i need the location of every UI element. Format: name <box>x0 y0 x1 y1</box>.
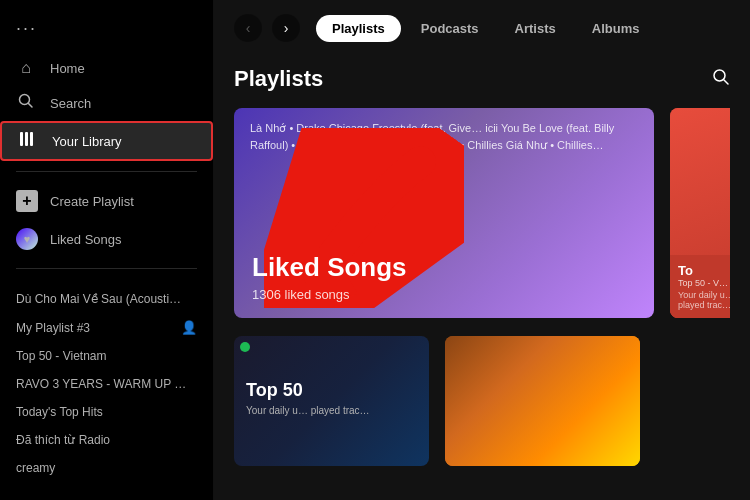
liked-songs-title: Liked Songs <box>252 252 636 283</box>
tab-albums[interactable]: Albums <box>576 15 656 42</box>
create-playlist-button[interactable]: + Create Playlist <box>0 182 213 220</box>
page-area: Playlists Là Nhớ • Drake Chicago Freesty… <box>214 52 750 500</box>
chevron-left-icon: ‹ <box>246 20 251 36</box>
spotify-dot-small <box>240 342 250 352</box>
svg-rect-4 <box>30 132 33 146</box>
top-nav: ‹ › Playlists Podcasts Artists Albums <box>214 0 750 52</box>
page-title: Playlists <box>234 66 323 92</box>
sidebar-item-label: Search <box>50 96 91 111</box>
sidebar-dots: ··· <box>0 12 213 51</box>
list-item[interactable]: RAVO 3 YEARS - WARM UP … <box>0 370 213 398</box>
plus-icon: + <box>16 190 38 212</box>
liked-songs-button[interactable]: ♥ Liked Songs <box>0 220 213 258</box>
main-content: ‹ › Playlists Podcasts Artists Albums Pl… <box>214 0 750 500</box>
sidebar-divider-2 <box>16 268 197 269</box>
top50-sub: Your daily u… played trac… <box>246 405 417 416</box>
featured-side-card[interactable]: To Top 50 - V… Your daily u… played trac… <box>670 108 730 318</box>
list-item[interactable]: Đã thích từ Radio <box>0 426 213 454</box>
list-item[interactable]: Top 50 - Vietnam <box>0 342 213 370</box>
top50-label: Top 50 <box>246 380 417 401</box>
top50-card[interactable]: Top 50 Your daily u… played trac… <box>234 336 429 466</box>
sidebar-item-your-library[interactable]: Your Library <box>0 121 213 161</box>
playlist-list: Dù Cho Mai Về Sau (Acousti… My Playlist … <box>0 285 213 488</box>
liked-songs-preview-text: Là Nhớ • Drake Chicago Freestyle (feat. … <box>250 120 638 153</box>
gradient-bg <box>445 336 640 466</box>
home-icon: ⌂ <box>16 59 36 77</box>
person-icon: 👤 <box>181 320 197 335</box>
search-button[interactable] <box>712 68 730 91</box>
sidebar-item-label: Home <box>50 61 85 76</box>
tab-playlists[interactable]: Playlists <box>316 15 401 42</box>
svg-line-6 <box>724 80 728 84</box>
chevron-right-icon: › <box>284 20 289 36</box>
gradient-card[interactable] <box>445 336 640 466</box>
back-button[interactable]: ‹ <box>234 14 262 42</box>
bottom-cards-row: Top 50 Your daily u… played trac… <box>234 336 730 466</box>
list-item[interactable]: My Playlist #3 👤 <box>0 313 213 342</box>
list-item[interactable]: Dubstep Don <box>0 482 213 488</box>
svg-point-5 <box>714 70 725 81</box>
liked-songs-card[interactable]: Là Nhớ • Drake Chicago Freestyle (feat. … <box>234 108 654 318</box>
create-playlist-label: Create Playlist <box>50 194 134 209</box>
list-item[interactable]: creamy <box>0 454 213 482</box>
search-icon <box>16 93 36 113</box>
sidebar-divider <box>16 171 197 172</box>
tab-artists[interactable]: Artists <box>499 15 572 42</box>
svg-line-1 <box>29 104 33 108</box>
list-item[interactable]: Dù Cho Mai Về Sau (Acousti… <box>0 285 213 313</box>
nav-tabs: Playlists Podcasts Artists Albums <box>316 15 655 42</box>
liked-songs-label: Liked Songs <box>50 232 122 247</box>
liked-songs-count: 1306 liked songs <box>252 287 636 302</box>
forward-button[interactable]: › <box>272 14 300 42</box>
sidebar-item-search[interactable]: Search <box>0 85 213 121</box>
sidebar-item-home[interactable]: ⌂ Home <box>0 51 213 85</box>
list-item[interactable]: Today's Top Hits <box>0 398 213 426</box>
sidebar-item-label: Your Library <box>52 134 122 149</box>
side-card-sub: Top 50 - V… <box>678 278 730 288</box>
svg-rect-2 <box>20 132 23 146</box>
tab-podcasts[interactable]: Podcasts <box>405 15 495 42</box>
library-icon <box>18 131 38 151</box>
cards-row: Là Nhớ • Drake Chicago Freestyle (feat. … <box>234 108 730 318</box>
heart-icon: ♥ <box>16 228 38 250</box>
page-header: Playlists <box>234 62 730 104</box>
svg-rect-3 <box>25 132 28 146</box>
side-card-desc: Your daily u… played trac… <box>678 290 730 310</box>
sidebar: ··· ⌂ Home Search Your Library + Create … <box>0 0 214 500</box>
side-card-title: To <box>678 263 730 278</box>
